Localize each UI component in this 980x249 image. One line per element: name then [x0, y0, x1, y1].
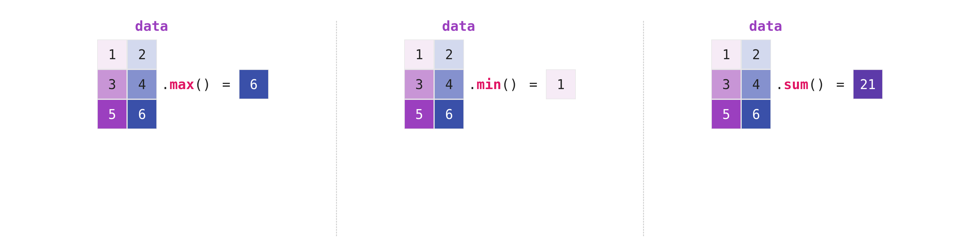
paren-close: )	[510, 76, 518, 92]
panel-title: data	[442, 18, 475, 34]
cell: 5	[97, 99, 127, 129]
dot: .	[468, 76, 477, 92]
cell: 6	[434, 99, 464, 129]
paren-open: (	[194, 76, 203, 92]
data-grid: 1 2 3 4 5 6	[404, 40, 464, 129]
cell: 5	[711, 99, 741, 129]
cell: 4	[127, 69, 157, 99]
cell: 1	[404, 40, 434, 69]
paren-close: )	[817, 76, 825, 92]
fn-name: max	[170, 76, 194, 92]
paren-close: )	[203, 76, 211, 92]
result-cell: 6	[239, 69, 269, 99]
cell: 2	[434, 40, 464, 69]
panel-row: 1 2 3 4 5 6 .max() = 6	[97, 40, 269, 129]
cell: 6	[741, 99, 771, 129]
panel-title: data	[749, 18, 783, 34]
diagram-wrap: data 1 2 3 4 5 6 .max() = 6 data 1 2 3	[0, 0, 980, 249]
data-grid: 1 2 3 4 5 6	[97, 40, 157, 129]
paren-open: (	[501, 76, 510, 92]
expression: .max() =	[161, 76, 231, 92]
cell: 1	[711, 40, 741, 69]
expression: .min() =	[468, 76, 538, 92]
panel-row: 1 2 3 4 5 6 .min() = 1	[404, 40, 576, 129]
cell: 3	[404, 69, 434, 99]
panel-row: 1 2 3 4 5 6 .sum() = 21	[711, 40, 883, 129]
panel-title: data	[135, 18, 168, 34]
dot: .	[161, 76, 170, 92]
cell: 2	[127, 40, 157, 69]
cell: 1	[97, 40, 127, 69]
equals: =	[828, 76, 844, 92]
fn-name: min	[477, 76, 501, 92]
paren-open: (	[808, 76, 817, 92]
cell: 2	[741, 40, 771, 69]
data-grid: 1 2 3 4 5 6	[711, 40, 771, 129]
cell: 3	[711, 69, 741, 99]
panel-sum: data 1 2 3 4 5 6 .sum() = 21	[644, 18, 950, 249]
cell: 3	[97, 69, 127, 99]
result-cell: 1	[546, 69, 576, 99]
result-cell: 21	[853, 69, 883, 99]
fn-name: sum	[784, 76, 808, 92]
equals: =	[214, 76, 230, 92]
equals: =	[521, 76, 537, 92]
panel-max: data 1 2 3 4 5 6 .max() = 6	[30, 18, 336, 249]
cell: 4	[741, 69, 771, 99]
cell: 4	[434, 69, 464, 99]
cell: 6	[127, 99, 157, 129]
cell: 5	[404, 99, 434, 129]
expression: .sum() =	[775, 76, 845, 92]
panel-min: data 1 2 3 4 5 6 .min() = 1	[337, 18, 643, 249]
dot: .	[775, 76, 784, 92]
